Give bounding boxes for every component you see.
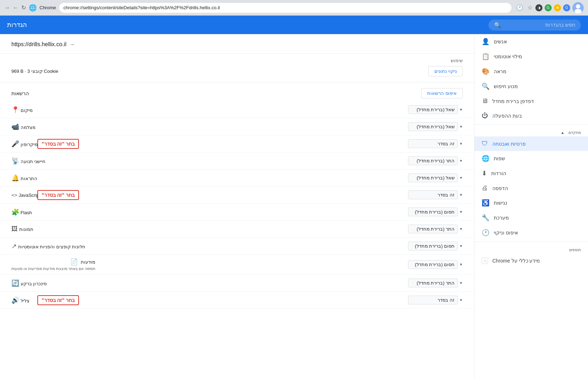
external-link-icon[interactable]: →: [69, 41, 75, 48]
popups-icon: ↗: [11, 243, 17, 250]
perm-select-popups[interactable]: חסום (ברירת מחדל): [408, 242, 458, 250]
sidebar-label-downloads: הורדות: [491, 171, 506, 176]
appearance-icon: 🎨: [482, 68, 489, 75]
browser-tab-icons: G ★ G ◑: [535, 2, 584, 14]
sidebar-item-languages[interactable]: שפות 🌐: [475, 151, 588, 166]
dropdown-arrow-images: ▼: [459, 227, 463, 231]
sidebar-item-privacy[interactable]: פרטיות ואבטחה 🛡: [475, 136, 588, 151]
perm-select-notifications[interactable]: שאל (ברירת מחדל): [408, 173, 458, 182]
chrome-label: Chrome: [39, 5, 56, 10]
perm-select-microphone[interactable]: זה בסדר: [408, 139, 458, 148]
sidebar-item-system[interactable]: מערכת 🔧: [475, 210, 588, 225]
clear-data-button[interactable]: ניקוי נתונים: [428, 66, 463, 76]
sidebar-label-privacy: פרטיות ואבטחה: [492, 141, 526, 147]
perm-select-sync[interactable]: התר (ברירת מחדל): [408, 279, 458, 287]
images-icon: 🖼: [11, 225, 18, 232]
sidebar-item-reset[interactable]: איפוס וניקוי 🕐: [475, 225, 588, 240]
perm-select-javascript[interactable]: זה בסדר: [408, 190, 458, 199]
perm-select-location[interactable]: שאל (ברירת מחדל): [408, 105, 458, 114]
sidebar-item-print[interactable]: הדפסה 🖨: [475, 181, 588, 195]
sidebar-label-system: מערכת: [494, 215, 509, 221]
search-box[interactable]: 🔍: [488, 20, 581, 31]
back-button[interactable]: ←: [13, 5, 18, 11]
permission-row-sound: בחר "זה בסדר" ← ▼ זה בסדר צליל 🔊: [0, 292, 474, 309]
sidebar-label-default-browser: דפדפן ברירת מחדל: [492, 98, 534, 104]
perm-label-sound: צליל 🔊: [11, 296, 30, 304]
sidebar-section-advanced: מתקדם ▲: [475, 126, 588, 136]
svg-point-1: [576, 4, 580, 9]
address-bar[interactable]: chrome://settings/content/siteDetails?si…: [59, 2, 512, 13]
perm-label-camera: מצלמה 📹: [11, 123, 36, 131]
forward-button[interactable]: →: [4, 5, 10, 11]
sidebar-label-reset: איפוס וניקוי: [494, 230, 518, 236]
browser-bar: G ★ G ◑ ☆ 🕐 chrome://settings/content/si…: [0, 0, 588, 16]
privacy-icon: 🛡: [482, 140, 488, 147]
sidebar-label-accessibility: נגישות: [494, 200, 507, 206]
perm-select-images[interactable]: התר (ברירת מחדל): [408, 225, 458, 233]
sidebar-item-accessibility[interactable]: נגישות ♿: [475, 195, 588, 210]
address-text: chrome://settings/content/siteDetails?si…: [63, 5, 220, 10]
perm-control-popups: ▼ חסום (ברירת מחדל): [408, 242, 463, 250]
search-input[interactable]: [504, 22, 575, 28]
annotation-bubble-microphone: בחר "זה בסדר": [37, 139, 79, 149]
sidebar-item-startup[interactable]: בעת ההפעלה ⏻: [475, 108, 588, 123]
default-browser-icon: 🖥: [482, 97, 488, 105]
reload-button[interactable]: ↻: [21, 4, 26, 11]
sidebar-item-chrome-info[interactable]: מידע כללי על Chrome ⊘: [475, 254, 588, 268]
javascript-icon: <>: [11, 192, 17, 198]
sound-icon: 🔊: [11, 297, 19, 304]
sidebar-label-startup: בעת ההפעלה: [492, 113, 522, 119]
sidebar-item-downloads[interactable]: הורדות ⬇: [475, 166, 588, 181]
people-icon: 👤: [482, 38, 489, 45]
star-button[interactable]: ☆: [528, 4, 533, 11]
reset-permissions-button[interactable]: איפוס הרשאות: [421, 88, 463, 98]
sidebar-item-appearance[interactable]: מראה 🎨: [475, 64, 588, 79]
perm-select-motion[interactable]: התר (ברירת מחדל): [408, 156, 458, 165]
flash-icon: 🧩: [11, 209, 19, 216]
languages-icon: 🌐: [482, 155, 489, 162]
sidebar-item-search[interactable]: מנוע חיפוש 🔍: [475, 79, 588, 94]
perm-control-ads: ▼ חסום (ברירת מחדל): [408, 260, 463, 269]
perm-control-sound: ▼ זה בסדר: [408, 296, 463, 304]
location-icon: 📍: [11, 106, 19, 113]
dropdown-arrow-camera: ▼: [459, 125, 463, 129]
perm-control-motion: ▼ התר (ברירת מחדל): [408, 156, 463, 165]
perm-label-notifications: התראות 🔔: [11, 174, 37, 182]
camera-label: מצלמה: [21, 125, 36, 130]
perm-select-camera[interactable]: שאל (ברירת מחדל): [408, 122, 458, 131]
sidebar-item-people[interactable]: אנשים 👤: [475, 34, 588, 49]
dropdown-arrow-flash: ▼: [459, 210, 463, 214]
main-content: → https://drills.hellix.co.il שימוש ניקו…: [0, 34, 474, 378]
sidebar-section-extensions: תוספים: [475, 243, 588, 254]
perm-control-javascript: ▼ זה בסדר: [408, 190, 463, 199]
accessibility-icon: ♿: [482, 199, 489, 207]
permission-row-notifications: ▼ שאל (ברירת מחדל) התראות 🔔: [0, 169, 474, 187]
perm-select-flash[interactable]: חסום (ברירת מחדל): [408, 207, 458, 216]
motion-label: חיישני תנועה: [21, 159, 46, 164]
sidebar-item-default-browser[interactable]: דפדפן ברירת מחדל 🖥: [475, 94, 588, 108]
reset-icon: 🕐: [482, 229, 489, 237]
notifications-label: התראות: [21, 176, 37, 181]
tab-icon-4: ◑: [535, 4, 542, 11]
usage-section: שימוש ניקוי נתונים 969 B · 3 קובצי Cooki…: [0, 54, 474, 82]
print-icon: 🖨: [482, 184, 488, 192]
permissions-title: הרשאות: [11, 91, 29, 96]
microphone-label: מיקרופון: [21, 142, 38, 147]
permissions-header: איפוס הרשאות הרשאות: [0, 82, 474, 101]
perm-control-flash: ▼ חסום (ברירת מחדל): [408, 207, 463, 216]
perm-select-sound[interactable]: זה בסדר: [408, 296, 458, 304]
search-icon: 🔍: [494, 22, 501, 28]
autofill-icon: 📋: [482, 53, 489, 60]
usage-row: ניקוי נתונים 969 B · 3 קובצי Cookie: [11, 66, 463, 76]
ads-sublabel: חסימה אם באתר מוצגות מודעות מפריעות או מ…: [11, 266, 95, 271]
collapse-icon[interactable]: ▲: [561, 130, 565, 135]
history-button[interactable]: 🕐: [516, 4, 523, 11]
perm-label-sync: סינכרון ברקע 🔄: [11, 279, 47, 287]
sync-label: סינכרון ברקע: [21, 281, 47, 286]
sidebar-item-autofill[interactable]: מילוי אוטומטי 📋: [475, 49, 588, 64]
permission-row-ads: ▼ חסום (ברירת מחדל) מודעות 📄 חסימה אם בא…: [0, 255, 474, 275]
permission-row-images: ▼ התר (ברירת מחדל) תמונות 🖼: [0, 221, 474, 238]
tab-icon-1: G: [563, 4, 570, 11]
annotation-bubble-javascript: בחר "זה בסדר": [37, 190, 79, 200]
perm-select-ads[interactable]: חסום (ברירת מחדל): [408, 260, 458, 269]
